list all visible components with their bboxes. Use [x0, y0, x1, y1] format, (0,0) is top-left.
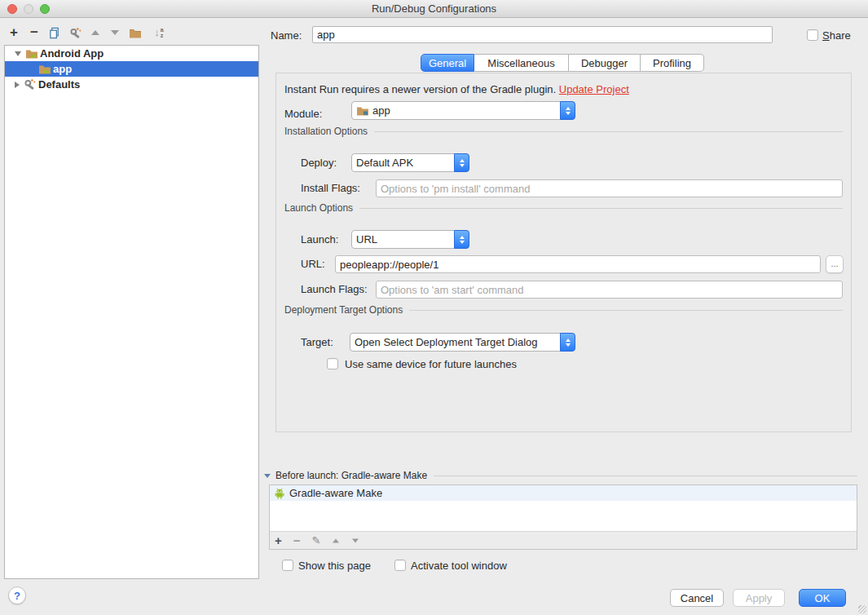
sort-az-icon: az: [161, 27, 164, 38]
launch-flags-input[interactable]: [376, 281, 843, 299]
install-flags-input[interactable]: [376, 179, 843, 197]
copy-configuration-button[interactable]: [47, 25, 62, 40]
dropdown-stepper-icon: [560, 101, 575, 120]
deploy-select-value: Default APK: [356, 157, 451, 169]
tab-bar: General Miscellaneous Debugger Profiling: [421, 54, 704, 72]
expanded-arrow-icon[interactable]: [15, 51, 21, 56]
target-label: Target:: [301, 333, 333, 352]
tree-item-label: Android App: [40, 47, 104, 60]
section-divider: [359, 208, 843, 209]
plus-icon: +: [10, 26, 18, 39]
titlebar: Run/Debug Configurations: [0, 0, 868, 18]
move-down-button[interactable]: [108, 25, 122, 40]
tree-item-label: Defaults: [38, 78, 80, 91]
dropdown-stepper-icon: [454, 230, 469, 249]
section-divider: [409, 310, 843, 311]
module-folder-icon: [356, 104, 369, 117]
apply-button[interactable]: Apply: [733, 589, 785, 607]
section-divider: [434, 476, 857, 476]
edit-defaults-button[interactable]: [68, 25, 83, 40]
use-same-device-label: Use same device for future launches: [345, 358, 517, 370]
configurations-tree: Android App app Defaults: [4, 45, 259, 579]
launch-select-value: URL: [356, 233, 451, 246]
tab-debugger[interactable]: Debugger: [569, 54, 641, 72]
name-label: Name:: [271, 29, 302, 42]
share-label: Share: [822, 29, 851, 42]
show-this-page-checkbox[interactable]: [282, 560, 293, 571]
instant-run-warning: Instant Run requires a newer version of …: [284, 83, 629, 95]
module-select[interactable]: app: [351, 101, 575, 120]
add-task-button[interactable]: +: [275, 535, 282, 546]
android-app-folder-icon: [38, 63, 51, 75]
dropdown-stepper-icon: [454, 153, 469, 172]
install-flags-label: Install Flags:: [301, 179, 360, 197]
activate-tool-window-label: Activate tool window: [411, 560, 507, 572]
warning-text: Instant Run requires a newer version of …: [284, 83, 556, 95]
move-task-down-button[interactable]: [352, 538, 359, 542]
section-divider: [374, 131, 843, 132]
url-input[interactable]: [335, 255, 821, 273]
configurations-toolbar: + −: [0, 21, 259, 45]
ok-button[interactable]: OK: [799, 589, 846, 607]
resize-grip[interactable]: [858, 605, 866, 613]
ellipsis-icon: ...: [831, 259, 838, 268]
before-launch-item-label: Gradle-aware Make: [289, 487, 382, 499]
before-launch-toolbar: + − ✎: [270, 531, 857, 549]
before-launch-item[interactable]: Gradle-aware Make: [270, 485, 857, 501]
browse-url-button[interactable]: ...: [826, 255, 844, 273]
deployment-target-options-section: Deployment Target Options: [284, 304, 843, 316]
share-checkbox[interactable]: [807, 29, 818, 41]
android-app-folder-icon: [25, 47, 38, 60]
create-folder-button[interactable]: [128, 25, 143, 40]
show-this-page-label: Show this page: [298, 560, 371, 572]
move-task-up-button[interactable]: [333, 538, 339, 542]
tree-item-label: app: [53, 63, 72, 75]
tab-miscellaneous[interactable]: Miscellaneous: [474, 54, 569, 72]
cancel-button[interactable]: Cancel: [670, 589, 724, 607]
name-input[interactable]: [312, 26, 773, 43]
target-select[interactable]: Open Select Deployment Target Dialog: [350, 333, 575, 352]
before-launch-title: Before launch: Gradle-aware Make: [275, 470, 427, 481]
target-select-value: Open Select Deployment Target Dialog: [355, 336, 557, 348]
deploy-select[interactable]: Default APK: [351, 153, 469, 172]
move-up-button[interactable]: [88, 25, 103, 40]
update-project-link[interactable]: Update Project: [559, 83, 629, 95]
general-tab-panel: Instant Run requires a newer version of …: [275, 73, 852, 432]
launch-flags-label: Launch Flags:: [301, 281, 368, 299]
help-icon: ?: [14, 590, 20, 602]
help-button[interactable]: ?: [8, 586, 26, 604]
before-launch-header: Before launch: Gradle-aware Make: [264, 470, 857, 481]
use-same-device-checkbox[interactable]: [327, 358, 338, 369]
edit-task-button[interactable]: ✎: [312, 535, 321, 546]
url-label: URL:: [301, 255, 325, 273]
tab-general[interactable]: General: [421, 54, 474, 72]
dropdown-stepper-icon: [560, 333, 575, 352]
activate-tool-window-checkbox[interactable]: [394, 560, 406, 571]
deploy-label: Deploy:: [301, 153, 337, 172]
sort-arrow-icon: ↓: [154, 26, 160, 39]
arrow-down-icon: [111, 30, 119, 35]
sort-configurations-button[interactable]: ↓ az: [149, 25, 169, 40]
collapsed-arrow-icon[interactable]: [15, 82, 20, 88]
tree-item-android-app[interactable]: Android App: [5, 46, 258, 61]
collapse-triangle-icon[interactable]: [264, 474, 271, 478]
remove-task-button[interactable]: −: [293, 535, 301, 546]
installation-options-section: Installation Options: [284, 126, 843, 137]
add-configuration-button[interactable]: +: [7, 25, 21, 40]
launch-options-section: Launch Options: [284, 202, 843, 214]
minus-icon: −: [30, 26, 38, 39]
module-label: Module:: [284, 104, 322, 123]
tab-profiling[interactable]: Profiling: [641, 54, 704, 72]
launch-label: Launch:: [301, 230, 338, 249]
wrench-icon: [24, 78, 37, 91]
folder-icon: [129, 27, 142, 39]
copy-icon: [48, 27, 61, 39]
remove-configuration-button[interactable]: −: [27, 25, 42, 40]
arrow-up-icon: [91, 30, 99, 35]
tree-item-app[interactable]: app: [5, 61, 258, 77]
launch-select[interactable]: URL: [351, 230, 469, 249]
tree-item-defaults[interactable]: Defaults: [5, 77, 258, 92]
android-robot-icon: [273, 487, 286, 499]
window-title: Run/Debug Configurations: [0, 2, 868, 15]
module-select-value: app: [372, 104, 557, 117]
